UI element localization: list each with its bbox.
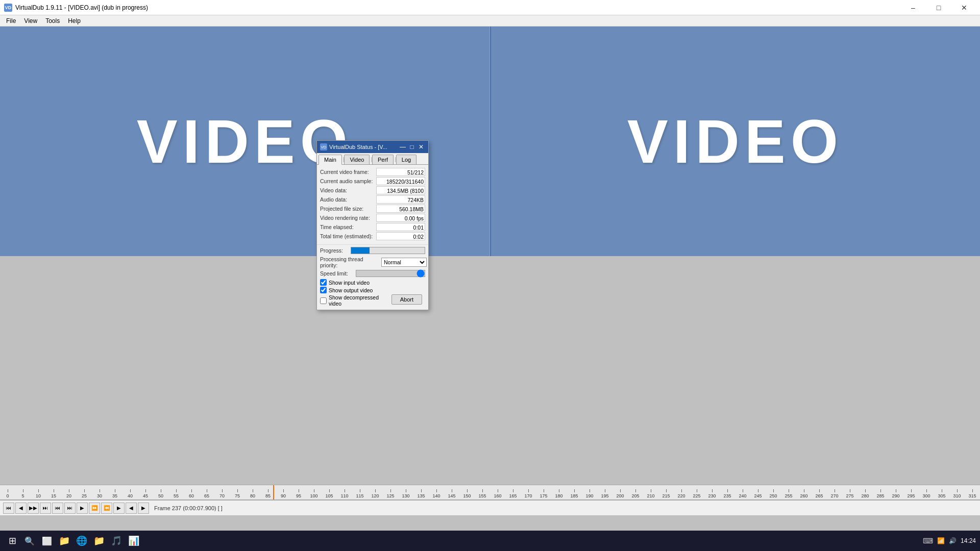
tab-perf[interactable]: Perf xyxy=(372,155,394,164)
dialog-title-buttons: — □ ✕ xyxy=(399,143,425,151)
field-label-0: Current video frame: xyxy=(320,169,376,175)
ruler-265: 265 xyxy=(812,493,827,498)
search-taskbar-icon[interactable]: 🔍 xyxy=(21,533,38,549)
menu-help[interactable]: Help xyxy=(64,16,85,26)
app-icon: VD xyxy=(4,4,12,12)
checkbox-decompressed-video-label: Show decompressed video xyxy=(329,294,388,307)
ruler-80: 80 xyxy=(245,493,260,498)
dialog-close-button[interactable]: ✕ xyxy=(417,143,425,151)
timeline-numbers: 0 5 10 15 20 25 30 35 40 45 50 55 60 65 … xyxy=(0,493,980,498)
ruler-195: 195 xyxy=(597,493,612,498)
taskbar-explorer-icon[interactable]: 📁 xyxy=(56,533,72,549)
start-button[interactable]: ⊞ xyxy=(4,533,20,549)
ruler-270: 270 xyxy=(827,493,842,498)
tab-main[interactable]: Main xyxy=(318,155,342,165)
video-right-text: VIDEO xyxy=(627,106,843,177)
ruler-165: 165 xyxy=(505,493,521,498)
field-value-2: 134.5MB (8100 KB/s) xyxy=(376,186,425,194)
ruler-120: 120 xyxy=(368,493,383,498)
ruler-175: 175 xyxy=(536,493,551,498)
ruler-230: 230 xyxy=(704,493,720,498)
ruler-100: 100 xyxy=(306,493,322,498)
dialog-minimize-button[interactable]: — xyxy=(399,143,407,151)
ruler-220: 220 xyxy=(674,493,689,498)
timeline-marker[interactable] xyxy=(273,485,274,499)
ruler-290: 290 xyxy=(888,493,903,498)
title-bar-buttons: – □ ✕ xyxy=(901,0,976,15)
field-current-audio-sample: Current audio sample: 185220/311640 xyxy=(320,177,425,185)
ruler-240: 240 xyxy=(735,493,750,498)
ruler-45: 45 xyxy=(138,493,153,498)
ruler-0: 0 xyxy=(0,493,15,498)
checkbox-decompressed-video[interactable] xyxy=(320,297,327,304)
taskbar-excel-icon[interactable]: 📊 xyxy=(126,533,142,549)
tab-log[interactable]: Log xyxy=(396,155,416,164)
toolbar-btn-10[interactable]: ▶ xyxy=(113,503,125,514)
frame-info: Frame 237 (0:00:07.900) [ ] xyxy=(154,505,223,511)
network-icon: 📶 xyxy=(937,537,945,544)
ruler-40: 40 xyxy=(122,493,138,498)
menu-view[interactable]: View xyxy=(20,16,41,26)
progress-row: Progress: xyxy=(320,247,425,254)
taskbar-edge-icon[interactable]: 🌐 xyxy=(74,533,90,549)
field-value-1: 185220/311640 xyxy=(376,177,425,185)
task-view-icon[interactable]: ⬜ xyxy=(39,533,55,549)
ruler-130: 130 xyxy=(398,493,413,498)
field-label-5: Video rendering rate: xyxy=(320,215,376,221)
toolbar-btn-1[interactable]: ⏮ xyxy=(3,503,14,514)
ruler-185: 185 xyxy=(567,493,582,498)
dialog-content: Current video frame: 51/212 Current audi… xyxy=(317,165,428,244)
dialog-title-bar: VD VirtualDub Status - [V... — □ ✕ xyxy=(317,141,428,153)
toolbar-btn-5[interactable]: ⏮ xyxy=(52,503,63,514)
field-value-6: 0:01 xyxy=(376,223,425,231)
speed-limit-slider[interactable] xyxy=(356,270,425,277)
video-area: VIDEO VIDEO xyxy=(0,27,980,256)
field-label-7: Total time (estimated): xyxy=(320,233,376,239)
menu-file[interactable]: File xyxy=(2,16,20,26)
notification-area: ⌨ xyxy=(923,537,933,545)
toolbar-btn-11[interactable]: ◀ xyxy=(126,503,137,514)
close-button[interactable]: ✕ xyxy=(952,0,976,15)
ruler-155: 155 xyxy=(475,493,490,498)
ruler-70: 70 xyxy=(214,493,230,498)
toolbar-btn-6[interactable]: ⏭ xyxy=(64,503,76,514)
ruler-95: 95 xyxy=(291,493,306,498)
ruler-145: 145 xyxy=(444,493,459,498)
timeline-area[interactable]: 0 5 10 15 20 25 30 35 40 45 50 55 60 65 … xyxy=(0,485,980,500)
ruler-285: 285 xyxy=(873,493,888,498)
abort-button[interactable]: Abort xyxy=(391,294,422,305)
ruler-35: 35 xyxy=(107,493,122,498)
thread-priority-select[interactable]: Normal Lowest Below Normal Above Normal … xyxy=(381,258,427,267)
ruler-310: 310 xyxy=(949,493,965,498)
toolbar-btn-3[interactable]: ▶▶ xyxy=(28,503,39,514)
ruler-105: 105 xyxy=(322,493,337,498)
volume-icon: 🔊 xyxy=(949,537,957,544)
toolbar-btn-7[interactable]: ▶ xyxy=(77,503,88,514)
taskbar-folder-icon[interactable]: 📁 xyxy=(91,533,107,549)
toolbar-btn-12[interactable]: ▶ xyxy=(138,503,149,514)
ruler-300: 300 xyxy=(919,493,934,498)
toolbar-btn-4[interactable]: ⏭ xyxy=(40,503,51,514)
field-video-data: Video data: 134.5MB (8100 KB/s) xyxy=(320,186,425,194)
toolbar-btn-9[interactable]: ⏪ xyxy=(101,503,112,514)
field-value-4: 560.18MB xyxy=(376,205,425,213)
ruler-30: 30 xyxy=(92,493,107,498)
ruler-250: 250 xyxy=(766,493,781,498)
checkbox-input-video[interactable] xyxy=(320,279,327,286)
toolbar-btn-8[interactable]: ⏩ xyxy=(89,503,100,514)
checkbox-show-input-video: Show input video xyxy=(320,279,388,286)
taskbar-media-icon[interactable]: 🎵 xyxy=(108,533,125,549)
dialog-maximize-button[interactable]: □ xyxy=(408,143,416,151)
tab-video[interactable]: Video xyxy=(344,155,370,164)
ruler-50: 50 xyxy=(153,493,168,498)
thread-priority-row: Processing thread priority: Normal Lowes… xyxy=(320,256,425,268)
menu-tools[interactable]: Tools xyxy=(41,16,64,26)
toolbar-btn-2[interactable]: ◀ xyxy=(15,503,27,514)
maximize-button[interactable]: □ xyxy=(927,0,950,15)
ruler-15: 15 xyxy=(46,493,61,498)
ruler-115: 115 xyxy=(352,493,368,498)
ruler-180: 180 xyxy=(551,493,567,498)
checkbox-output-video[interactable] xyxy=(320,287,327,293)
ruler-110: 110 xyxy=(337,493,352,498)
minimize-button[interactable]: – xyxy=(901,0,925,15)
